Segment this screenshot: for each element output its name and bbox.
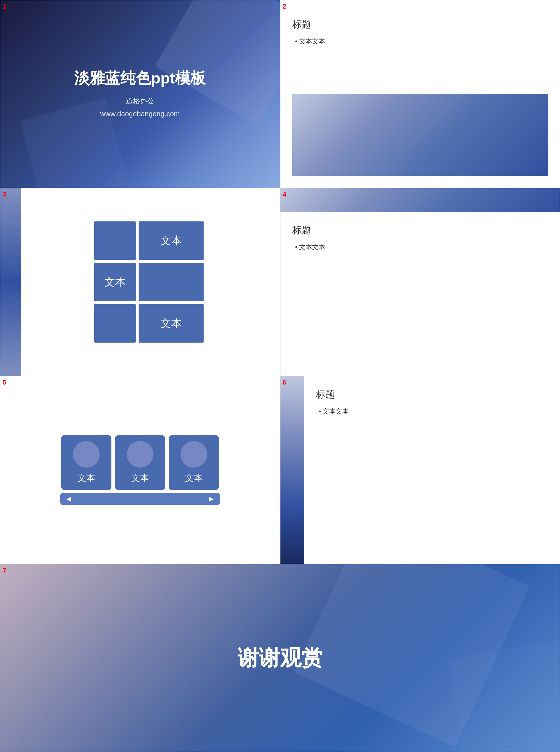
slide-number-7: 7 <box>3 567 6 574</box>
slide-3: 3 文本 文本 文本 <box>0 188 280 376</box>
profile-circle-2 <box>127 441 153 468</box>
tile-small-3 <box>94 304 136 342</box>
slide-number-4: 4 <box>283 191 286 198</box>
slide-1: 1 淡雅蓝纯色ppt模板 道格办公 www.daogebangong.com <box>0 0 280 188</box>
slide-2-gradient <box>292 94 548 176</box>
profile-circle-3 <box>181 441 207 468</box>
slide-5: 5 文本 文本 文本 ◄ ► <box>0 376 280 564</box>
slide-number-2: 2 <box>283 3 286 11</box>
arrow-bar: ◄ ► <box>60 493 220 505</box>
slide-2-top: 标题 文本文本 <box>292 12 548 94</box>
slide-6-bullet: 文本文本 <box>316 407 548 416</box>
slide-6-sidebar <box>280 376 304 564</box>
slide-6: 6 标题 文本文本 <box>280 376 560 564</box>
slide-4-bullet: 文本文本 <box>292 243 548 252</box>
slide-7: 7 谢谢观赏 <box>0 564 560 752</box>
subtitle-line1: 道格办公 <box>100 95 180 107</box>
profile-card-1: 文本 <box>61 435 112 490</box>
profile-label-3: 文本 <box>185 472 203 484</box>
slide-6-title: 标题 <box>316 388 548 401</box>
tile-grid: 文本 文本 文本 <box>94 221 204 342</box>
profile-label-2: 文本 <box>131 472 149 484</box>
slide-4-header <box>280 188 560 212</box>
tile-text-1: 文本 <box>139 221 204 260</box>
card-row: 文本 文本 文本 <box>61 435 219 490</box>
slide-2-bullet: 文本文本 <box>292 37 548 46</box>
slide-7-text: 谢谢观赏 <box>238 644 323 672</box>
slide-4-title: 标题 <box>292 224 548 237</box>
tile-text-2: 文本 <box>94 263 136 301</box>
slide-number-1: 1 <box>3 3 6 11</box>
arrow-right-icon: ► <box>207 494 216 504</box>
slide-2: 2 标题 文本文本 <box>280 0 560 188</box>
slide-4: 4 标题 文本文本 <box>280 188 560 376</box>
profile-circle-1 <box>73 441 100 468</box>
profile-label-1: 文本 <box>77 472 95 484</box>
slide-number-3: 3 <box>3 191 6 198</box>
profile-card-3: 文本 <box>169 435 219 490</box>
slide-1-subtitle: 道格办公 www.daogebangong.com <box>100 95 180 120</box>
tile-small-2 <box>139 263 204 301</box>
arrow-left-icon: ◄ <box>65 494 73 504</box>
subtitle-line2: www.daogebangong.com <box>100 107 180 120</box>
profile-card-2: 文本 <box>115 435 165 490</box>
tile-text-3: 文本 <box>139 304 204 342</box>
slide-2-title: 标题 <box>292 18 548 31</box>
slide-1-title: 淡雅蓝纯色ppt模板 <box>74 68 206 89</box>
slide-number-6: 6 <box>283 379 286 387</box>
slide-4-content: 标题 文本文本 <box>280 212 560 376</box>
slide-3-sidebar <box>0 188 21 376</box>
slide-6-content: 标题 文本文本 <box>304 376 560 564</box>
slide-number-5: 5 <box>3 379 6 387</box>
tile-small-1 <box>94 221 136 260</box>
